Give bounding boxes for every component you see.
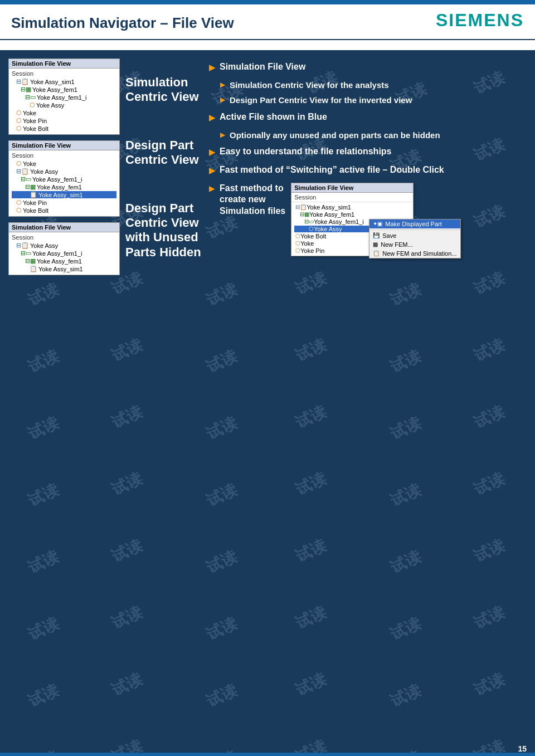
panel2-item-4-highlighted[interactable]: 📋 Yoke Assy_sim1 — [12, 191, 116, 198]
header-area: Simulation Navigator – File View SIEMENS — [0, 4, 535, 40]
panel2-item-1[interactable]: ⊟📋 Yoke Assy — [12, 168, 116, 175]
middle-labels-column: SimulationCentric View Design PartCentri… — [125, 58, 203, 276]
siemens-logo: SIEMENS — [436, 10, 524, 31]
context-panel-wrapper: Simulation File View Session ⊟📋 Yoke Ass… — [291, 183, 414, 256]
fast-method-row: ▶ Fast method tocreate newSimulation fil… — [209, 183, 527, 256]
ctx-icon-0: ⊟📋 — [295, 204, 307, 210]
part-icon-p2-5: ⬡ — [16, 199, 22, 206]
assy2-icon-p3: 📋 — [30, 265, 37, 272]
panel1-title: Simulation File View — [9, 59, 119, 69]
panel2-item-6[interactable]: ⬡ Yoke Bolt — [12, 207, 116, 214]
context-panel-title: Simulation File View — [291, 183, 413, 193]
main-layout: Simulation File View Session ⊟📋 Yoke Ass… — [0, 50, 535, 285]
panel1-item-1[interactable]: ⊟▦ Yoke Assy_fem1 — [12, 86, 116, 93]
bottom-bar — [0, 753, 535, 756]
panel2-item-2[interactable]: ⊟▭ Yoke Assy_fem1_i — [12, 175, 116, 183]
panel2-item-3[interactable]: ⊟▦ Yoke Assy_fem1 — [12, 183, 116, 191]
ctx-icon-5: ⬡ — [295, 240, 300, 246]
new-fem-sim-icon: 📋 — [373, 250, 380, 256]
bullet-text-1: Simulation File View — [220, 61, 305, 73]
part-icon2: ⬡ — [16, 109, 22, 116]
part-icon: ⬡ — [30, 101, 35, 109]
bullet-text-5: Easy to understand the file relationship… — [220, 146, 392, 158]
ctx-menu-sep-1 — [369, 230, 460, 230]
panel1-tree: Session ⊟📋 Yoke Assy_sim1 ⊟▦ Yoke Assy_f… — [9, 69, 119, 134]
panel3-item-0[interactable]: ⊟📋 Yoke Assy — [12, 242, 116, 249]
sub-arrow-1-2: ▶ — [220, 96, 225, 105]
bullet-text-3: Active File shown in Blue — [220, 111, 327, 123]
panel1-session: Session — [12, 70, 116, 77]
bullet-arrow-6: ▶ — [209, 165, 215, 175]
label-simulation-centric: SimulationCentric View — [125, 75, 203, 105]
panel3-item-2[interactable]: ⊟▦ Yoke Assy_fem1 — [12, 257, 116, 265]
bullet-arrow-5: ▶ — [209, 147, 215, 157]
ctx-icon-1: ⊟▦ — [300, 211, 309, 217]
sub-bullets-group-2: ▶ Optionally any unused and open parts c… — [220, 130, 527, 141]
panel3-item-3[interactable]: 📋 Yoke Assy_sim1 — [12, 265, 116, 272]
file-view-panel-3: Simulation File View Session ⊟📋 Yoke Ass… — [8, 222, 120, 275]
sub-arrow-2-1: ▶ — [220, 131, 225, 140]
sub-text-1-1: Simulation Centric View for the analysts — [230, 80, 389, 91]
panel1-item-3[interactable]: ⬡ Yoke Assy — [12, 101, 116, 109]
panel1-item-2[interactable]: ⊟▭ Yoke Assy_fem1_i — [12, 94, 116, 101]
sub-bullet-1-2: ▶ Design Part Centric View for the inver… — [220, 95, 527, 106]
bullet-item-1: ▶ Simulation File View — [209, 61, 527, 73]
ctx-menu-item-2[interactable]: ▦ New FEM... — [369, 240, 460, 249]
ctx-icon-4: ⬡ — [295, 233, 300, 239]
part-icon-p2-6: ⬡ — [16, 207, 22, 214]
fem-icon-p2: ⊟▦ — [25, 183, 36, 191]
ctx-menu-item-1[interactable]: 💾 Save — [369, 231, 460, 240]
sub-bullet-1-1: ▶ Simulation Centric View for the analys… — [220, 80, 527, 91]
sub-text-1-2: Design Part Centric View for the inverte… — [230, 95, 412, 106]
context-menu-popup: ✦▣ Make Displayed Part 💾 Save ▦ New FEM.… — [369, 219, 461, 258]
fem-i-icon: ⊟▭ — [25, 94, 36, 101]
sub-arrow-1-1: ▶ — [220, 81, 225, 90]
fast-method-bullet: ▶ Fast method tocreate newSimulation fil… — [209, 183, 285, 217]
panel2-title: Simulation File View — [9, 141, 119, 150]
left-panels-column: Simulation File View Session ⊟📋 Yoke Ass… — [8, 58, 120, 276]
save-icon: 💾 — [373, 232, 380, 238]
page-title: Simulation Navigator – File View — [11, 10, 234, 36]
sub-text-2-1: Optionally any unused and open parts can… — [230, 130, 440, 141]
panel3-item-1[interactable]: ⊟▭ Yoke Assy_fem1_i — [12, 250, 116, 257]
part-icon-p2: ⬡ — [16, 160, 22, 167]
new-fem-icon: ▦ — [373, 241, 378, 247]
page-number: 15 — [518, 744, 527, 753]
fem-i-icon-p3: ⊟▭ — [21, 250, 31, 257]
assy-icon-p2-hi: 📋 — [30, 191, 37, 198]
bullet-arrow-7: ▶ — [209, 184, 215, 193]
panel3-session: Session — [12, 234, 116, 241]
fem-icon-p3: ⊟▦ — [25, 257, 36, 265]
panel1-item-4[interactable]: ⬡ Yoke — [12, 109, 116, 116]
right-bullets-column: ▶ Simulation File View ▶ Simulation Cent… — [209, 58, 527, 276]
ctx-item-1[interactable]: ⊟▦ Yoke Assy_fem1 — [294, 211, 410, 218]
sub-bullets-group-1: ▶ Simulation Centric View for the analys… — [220, 80, 527, 106]
assy-icon-p3: ⊟📋 — [16, 242, 29, 249]
assy-icon: ⊟📋 — [16, 78, 29, 85]
bullet-text-6: Fast method of “Switching” active file –… — [220, 164, 444, 176]
ctx-menu-item-0[interactable]: ✦▣ Make Displayed Part — [369, 220, 460, 228]
context-panel-session: Session — [291, 193, 413, 202]
ctx-item-0[interactable]: ⊟📋 Yoke Assy_sim1 — [294, 204, 410, 211]
fem-icon: ⊟▦ — [21, 86, 31, 93]
bullet-text-7: Fast method tocreate newSimulation files — [220, 183, 285, 217]
make-displayed-icon: ✦▣ — [373, 221, 382, 227]
ctx-icon-3: ⬡ — [309, 226, 314, 232]
label-design-part-centric-unused: Design PartCentric Viewwith UnusedParts … — [125, 201, 203, 260]
assy-icon-p2: ⊟📋 — [16, 168, 29, 175]
ctx-icon-6: ⬡ — [295, 247, 300, 253]
bullet-item-6: ▶ Fast method of “Switching” active file… — [209, 164, 527, 176]
bullet-item-5: ▶ Easy to understand the file relationsh… — [209, 146, 527, 158]
panel1-item-0[interactable]: ⊟📋 Yoke Assy_sim1 — [12, 78, 116, 85]
ctx-menu-item-3[interactable]: 📋 New FEM and Simulation... — [369, 249, 460, 258]
label-design-part-centric: Design PartCentric View — [125, 138, 203, 168]
panel2-item-5[interactable]: ⬡ Yoke Pin — [12, 199, 116, 206]
bullet-arrow-1: ▶ — [209, 62, 215, 72]
panel1-item-5[interactable]: ⬡ Yoke Pin — [12, 117, 116, 124]
panel2-item-0[interactable]: ⬡ Yoke — [12, 160, 116, 167]
panel1-item-6[interactable]: ⬡ Yoke Bolt — [12, 125, 116, 132]
panel3-tree: Session ⊟📋 Yoke Assy ⊟▭ Yoke Assy_fem1_i… — [9, 232, 119, 275]
file-view-panel-2: Simulation File View Session ⬡ Yoke ⊟📋 Y… — [8, 140, 120, 217]
panel2-session: Session — [12, 152, 116, 159]
bullet-arrow-3: ▶ — [209, 113, 215, 123]
